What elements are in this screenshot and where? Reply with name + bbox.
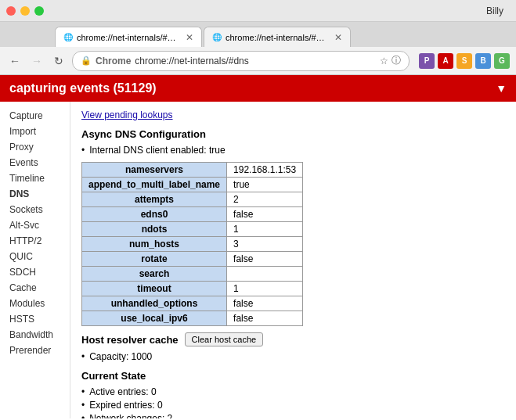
sidebar-item-bandwidth[interactable]: Bandwidth xyxy=(0,327,70,343)
sidebar-item-alt-svc[interactable]: Alt-Svc xyxy=(0,217,70,233)
dns-table-value: 1 xyxy=(227,282,303,296)
dns-table-value: false xyxy=(227,207,303,222)
network-changes-bullet: Network changes: 2 xyxy=(81,413,505,418)
lock-icon: 🔒 xyxy=(81,56,92,66)
capacity-label: Capacity: 1000 xyxy=(89,351,152,362)
dns-config-table: nameservers192.168.1.1:53append_to_multi… xyxy=(81,162,303,326)
view-pending-link[interactable]: View pending lookups xyxy=(81,109,173,120)
window-controls xyxy=(6,6,44,16)
maximize-button[interactable] xyxy=(34,6,44,16)
back-button[interactable]: ← xyxy=(6,52,23,70)
title-bar: Billy xyxy=(0,0,516,22)
dns-table-value: false xyxy=(227,296,303,311)
dns-table-key: attempts xyxy=(82,192,227,207)
current-state-title: Current State xyxy=(81,370,505,382)
tab-dns-close[interactable]: ✕ xyxy=(186,32,193,43)
tab-dns[interactable]: 🌐 chrome://net-internals/#dns ✕ xyxy=(55,27,202,47)
sidebar-item-dns[interactable]: DNS xyxy=(0,186,70,202)
extension-icons: P A S B G xyxy=(419,53,510,69)
dns-table-key: ndots xyxy=(82,222,227,237)
tab-bar: 🌐 chrome://net-internals/#dns ✕ 🌐 chrome… xyxy=(0,22,516,47)
tab-dns-title: chrome://net-internals/#dns xyxy=(77,33,179,42)
internal-dns-label: Internal DNS client enabled: true xyxy=(89,145,225,156)
dns-table-key: search xyxy=(82,267,227,282)
address-bar: ← → ↻ 🔒 Chrome chrome://net-internals/#d… xyxy=(0,47,516,75)
host-resolver-row: Host resolver cache Clear host cache xyxy=(81,332,505,346)
capacity-bullet: Capacity: 1000 xyxy=(81,351,505,362)
sidebar: Capture Import Proxy Events Timeline DNS… xyxy=(0,102,70,418)
host-resolver-label: Host resolver cache xyxy=(81,334,179,346)
sidebar-item-sdch[interactable]: SDCH xyxy=(0,264,70,280)
sidebar-item-capture[interactable]: Capture xyxy=(0,108,70,124)
dns-table-value: 3 xyxy=(227,237,303,252)
banner-arrow[interactable]: ▼ xyxy=(496,82,507,95)
expired-entries-label: Expired entries: 0 xyxy=(89,400,162,411)
dns-table-key: edns0 xyxy=(82,207,227,222)
ext-green[interactable]: G xyxy=(494,53,510,69)
reload-button[interactable]: ↻ xyxy=(50,52,67,70)
main-layout: Capture Import Proxy Events Timeline DNS… xyxy=(0,102,516,418)
dns-table-value: 2 xyxy=(227,192,303,207)
tab-sockets-favicon: 🌐 xyxy=(212,33,222,41)
sidebar-item-modules[interactable]: Modules xyxy=(0,296,70,311)
dns-table-key: rotate xyxy=(82,252,227,267)
close-button[interactable] xyxy=(6,6,16,16)
expired-entries-bullet: Expired entries: 0 xyxy=(81,400,505,411)
async-dns-title: Async DNS Configuration xyxy=(81,128,505,140)
tab-sockets-title: chrome://net-internals/#socke... xyxy=(226,33,327,42)
address-right-icons: ☆ ⓘ xyxy=(380,54,401,67)
tab-dns-favicon: 🌐 xyxy=(63,33,73,41)
dns-table-key: unhandled_options xyxy=(82,296,227,311)
view-pending-row: View pending lookups xyxy=(81,109,505,120)
clear-host-cache-button[interactable]: Clear host cache xyxy=(185,332,264,346)
dns-table-key: use_local_ipv6 xyxy=(82,311,227,326)
sidebar-item-sockets[interactable]: Sockets xyxy=(0,202,70,217)
minimize-button[interactable] xyxy=(20,6,30,16)
bookmark-icon[interactable]: ☆ xyxy=(380,56,388,66)
sidebar-item-prerender[interactable]: Prerender xyxy=(0,343,70,358)
ext-orange[interactable]: S xyxy=(456,53,472,69)
forward-button[interactable]: → xyxy=(28,52,45,70)
sidebar-item-timeline[interactable]: Timeline xyxy=(0,171,70,186)
dns-table-key: timeout xyxy=(82,282,227,296)
sidebar-item-http2[interactable]: HTTP/2 xyxy=(0,233,70,249)
dns-table-value: true xyxy=(227,178,303,192)
tab-sockets[interactable]: 🌐 chrome://net-internals/#socke... ✕ xyxy=(204,27,351,47)
internal-dns-bullet: Internal DNS client enabled: true xyxy=(81,145,505,156)
dns-table-key: append_to_multi_label_name xyxy=(82,178,227,192)
dns-table-key: nameservers xyxy=(82,163,227,178)
info-icon[interactable]: ⓘ xyxy=(392,54,401,67)
network-changes-label: Network changes: 2 xyxy=(89,413,172,418)
dns-table-value: false xyxy=(227,311,303,326)
ext-purple[interactable]: P xyxy=(419,53,435,69)
user-name: Billy xyxy=(486,5,503,16)
ext-blue[interactable]: B xyxy=(475,53,491,69)
address-text[interactable]: chrome://net-internals/#dns xyxy=(135,56,376,66)
sidebar-item-import[interactable]: Import xyxy=(0,124,70,139)
dns-table-value: 1 xyxy=(227,222,303,237)
sidebar-item-cache[interactable]: Cache xyxy=(0,280,70,296)
chrome-label: Chrome xyxy=(96,56,131,66)
banner-text: capturing events (51129) xyxy=(9,81,157,95)
dns-table-key: num_hosts xyxy=(82,237,227,252)
sidebar-item-proxy[interactable]: Proxy xyxy=(0,139,70,155)
tab-sockets-close[interactable]: ✕ xyxy=(334,32,342,43)
sidebar-item-hsts[interactable]: HSTS xyxy=(0,311,70,327)
active-entries-label: Active entries: 0 xyxy=(89,386,156,397)
address-input-wrap: 🔒 Chrome chrome://net-internals/#dns ☆ ⓘ xyxy=(72,51,410,71)
dns-table-value: false xyxy=(227,252,303,267)
sidebar-item-quic[interactable]: QUIC xyxy=(0,249,70,264)
active-entries-bullet: Active entries: 0 xyxy=(81,386,505,397)
dns-table-value xyxy=(227,267,303,282)
content-area: View pending lookups Async DNS Configura… xyxy=(70,102,516,418)
sidebar-item-events[interactable]: Events xyxy=(0,155,70,171)
event-banner: capturing events (51129) ▼ xyxy=(0,75,516,102)
ext-red[interactable]: A xyxy=(438,53,453,69)
dns-table-value: 192.168.1.1:53 xyxy=(227,163,303,178)
